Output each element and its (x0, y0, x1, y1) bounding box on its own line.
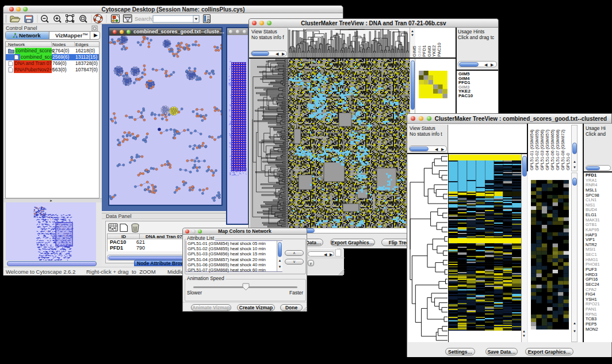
svg-text:Search:: Search: (135, 16, 154, 22)
